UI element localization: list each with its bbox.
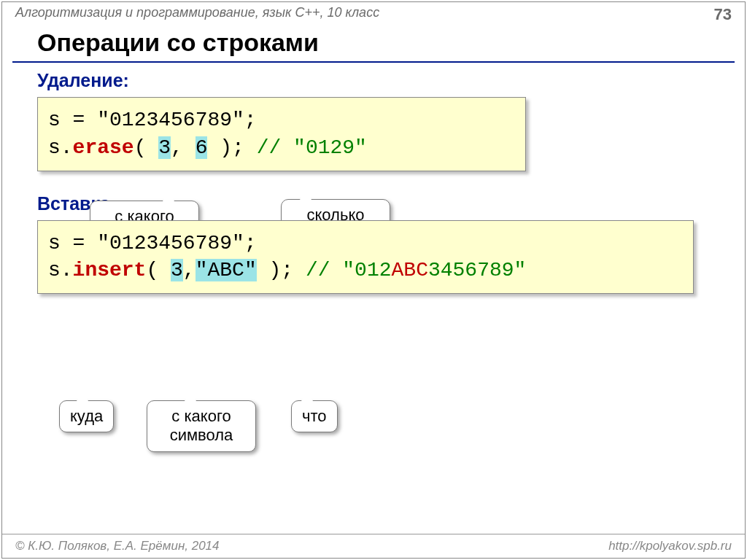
slide: Алгоритмизация и программирование, язык … (1, 1, 746, 559)
code-block-erase: s = "0123456789"; s.erase( 3, 6 ); // "0… (37, 97, 526, 171)
code-text: ); (207, 136, 256, 159)
code-text: ( (146, 259, 171, 281)
footer-url: http://kpolyakov.spb.ru (608, 539, 732, 553)
callout-what: что (291, 400, 338, 432)
page-number: 73 (714, 5, 732, 24)
course-title: Алгоритмизация и программирование, язык … (15, 5, 379, 24)
code-text: , (183, 259, 196, 281)
code-text: , (171, 136, 196, 159)
code-text: ); (257, 259, 306, 281)
pointer-icon (300, 190, 311, 200)
code-keyword: erase (73, 136, 134, 159)
code-comment: // "0129" (257, 136, 367, 159)
code-text: s = (48, 109, 97, 131)
code-arg: 3 (158, 136, 171, 159)
code-text: s = (48, 232, 97, 254)
code-keyword: insert (73, 259, 147, 281)
callout-from-symbol-2: с какого символа (147, 400, 256, 452)
code-text: s. (48, 259, 73, 281)
slide-title: Операции со строками (12, 26, 735, 63)
code-text: ; (244, 232, 257, 254)
code-arg: 3 (171, 259, 183, 281)
code-text: s. (48, 136, 73, 159)
slide-header: Алгоритмизация и программирование, язык … (2, 2, 745, 26)
pointer-icon (77, 391, 88, 401)
code-comment: // "012 (306, 259, 392, 281)
code-arg: 6 (196, 136, 208, 159)
code-text: "0123456789" (97, 232, 244, 254)
code-text: ; (244, 109, 257, 131)
pointer-icon (185, 391, 196, 401)
callout-text: куда (70, 407, 103, 425)
code-text: ( (134, 136, 159, 159)
callout-where: куда (59, 400, 114, 432)
callout-text: с какого символа (170, 407, 233, 444)
copyright: © К.Ю. Поляков, Е.А. Ерёмин, 2014 (15, 539, 220, 553)
code-comment: 3456789" (428, 259, 526, 281)
code-arg: "ABC" (196, 259, 257, 281)
pointer-icon (301, 391, 313, 401)
code-text: "0123456789" (97, 109, 244, 131)
code-comment-highlight: ABC (392, 259, 428, 281)
code-block-insert: s = "0123456789"; s.insert( 3,"ABC" ); /… (37, 220, 694, 295)
pointer-icon (163, 191, 174, 201)
section-delete-label: Удаление: (2, 70, 745, 91)
callout-text: что (302, 407, 327, 425)
slide-footer: © К.Ю. Поляков, Е.А. Ерёмин, 2014 http:/… (2, 534, 745, 558)
